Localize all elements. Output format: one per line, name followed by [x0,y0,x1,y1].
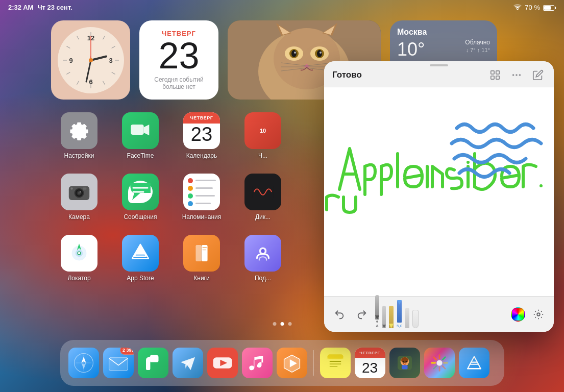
dock-appstore[interactable] [459,348,489,378]
app-locator-label: Локатор [67,275,90,282]
weather-range: ↓ 7° ↑ 11° [465,47,490,53]
popup-more-btn[interactable] [509,67,524,83]
svg-line-17 [91,56,106,60]
weather-condition: Облачно [465,39,490,46]
svg-point-59 [70,187,72,189]
dock-clash[interactable] [389,348,420,378]
svg-line-8 [77,81,79,84]
app-settings[interactable]: Настройки [51,112,107,168]
svg-point-113 [467,161,470,164]
page-dot-2[interactable] [280,322,284,326]
tool-pen-3[interactable]: 5,0 [397,300,402,328]
svg-rect-102 [491,71,494,74]
dock-mail[interactable]: 2 397 [103,348,134,378]
app-calendar-label: Календарь [186,152,217,159]
dock-calendar[interactable]: ЧЕТВЕРГ 23 [355,348,385,378]
status-time: 2:32 AM [8,4,33,11]
wifi-icon [513,4,522,11]
dock-evernote[interactable] [138,348,168,378]
tool-pencil-selected[interactable]: A [375,295,379,328]
svg-point-35 [294,52,296,54]
clock-widget[interactable]: 12 3 6 9 [51,20,130,100]
app-appstore-label: App Store [127,275,154,282]
svg-rect-69 [195,245,202,261]
svg-point-106 [516,74,518,76]
tool-pen-4[interactable] [405,308,409,328]
app-voice-memos[interactable]: Дик... [235,174,291,230]
notes-popup: Готово [324,61,554,332]
svg-rect-73 [202,250,206,250]
popup-edit-btn[interactable] [530,67,546,83]
color-wheel[interactable] [511,307,525,322]
app-appstore[interactable]: App Store [112,235,168,291]
svg-rect-98 [402,365,407,369]
page-dot-1[interactable] [273,322,276,326]
page-dot-3[interactable] [288,322,291,326]
dock-music[interactable] [242,348,273,378]
app-messages[interactable]: Сообщения [112,174,168,230]
popup-title: Готово [332,70,362,80]
dock-infuse[interactable] [277,348,307,378]
popup-toolbar: A 5,0 [324,296,554,332]
svg-rect-81 [109,357,128,371]
svg-line-5 [111,72,115,74]
svg-point-33 [291,50,297,57]
svg-rect-104 [491,76,494,79]
app-reminders[interactable]: Напоминания [174,174,230,230]
weather-city: Москва [397,28,490,37]
svg-point-34 [317,50,322,57]
svg-rect-89 [327,356,343,358]
app-podcasts[interactable]: Под... [235,235,291,291]
dock-photos[interactable] [424,348,455,378]
svg-point-36 [320,52,322,54]
svg-point-114 [540,184,543,187]
svg-point-96 [402,361,404,363]
cal-widget-number: 23 [158,37,199,74]
svg-point-75 [261,249,264,253]
tool-pen-1[interactable] [382,306,386,328]
svg-rect-58 [83,187,86,189]
dock-notes[interactable] [320,348,351,378]
svg-point-115 [537,313,540,316]
svg-rect-103 [496,71,499,74]
svg-rect-105 [496,76,499,79]
calendar-widget[interactable]: ЧЕТВЕРГ 23 Сегодня событий больше нет [139,20,218,100]
svg-rect-60 [253,182,273,202]
svg-point-95 [401,357,408,363]
redo-btn[interactable] [353,305,371,324]
toolbar-more-btn[interactable] [529,305,548,324]
app-camera[interactable]: Камера [51,174,107,230]
dock-safari[interactable] [68,348,99,378]
svg-line-6 [103,81,105,84]
svg-point-65 [78,252,80,254]
app-books[interactable]: Книги [174,235,230,291]
app-facetime-label: FaceTime [127,152,154,159]
undo-btn[interactable] [330,305,349,324]
tool-eraser[interactable] [412,310,419,328]
mail-badge: 2 397 [120,348,134,355]
popup-drag-handle[interactable] [430,64,448,66]
app-settings-label: Настройки [64,152,94,159]
battery-percentage: 70 % [525,4,540,11]
dock-telegram[interactable] [173,348,203,378]
dock-youtube[interactable] [207,348,238,378]
notes-canvas[interactable] [324,87,554,296]
page-dots [273,322,291,326]
tool-pen-2[interactable] [389,306,394,328]
svg-point-57 [80,191,81,192]
app-voicememos-label: Дик... [255,213,271,220]
svg-point-0 [517,9,519,10]
cal-widget-subtitle: Сегодня событий больше нет [145,76,212,90]
app-facetime[interactable]: FaceTime [112,112,168,168]
app-calendar[interactable]: ЧЕТВЕРГ 23 Календарь [174,112,230,168]
popup-controls [487,67,546,83]
popup-grid-btn[interactable] [487,67,503,83]
svg-point-99 [436,360,442,365]
svg-point-97 [405,361,407,363]
app-partial-1[interactable]: 10 Ч... [235,112,291,168]
app-partial-1-label: Ч... [258,152,267,159]
app-locator[interactable]: Локатор [51,235,107,291]
cal-app-num: 23 [191,124,212,144]
app-messages-label: Сообщения [124,213,157,220]
svg-line-12 [77,36,79,39]
